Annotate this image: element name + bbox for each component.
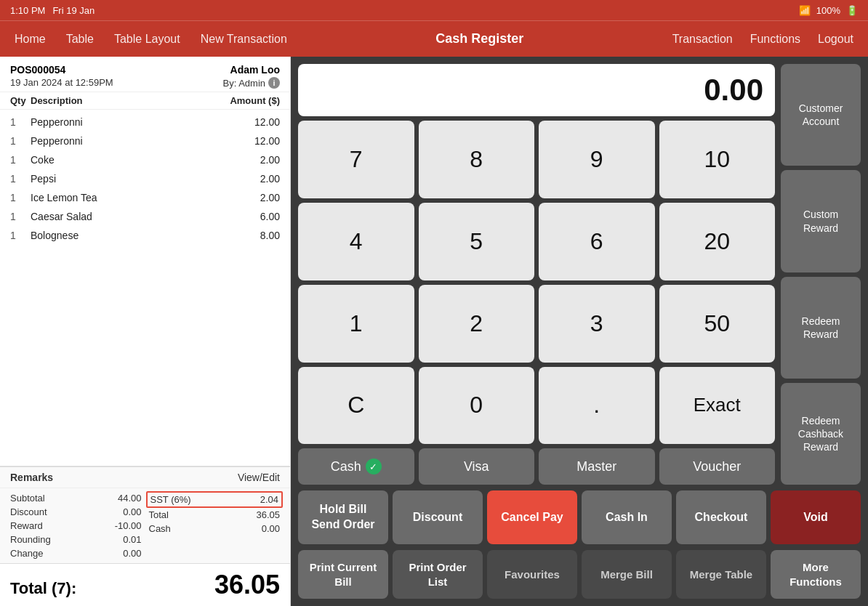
payment-btn-visa[interactable]: Visa [419, 448, 535, 485]
nav-home[interactable]: Home [15, 33, 46, 46]
status-right: 📶 100% 🔋 [799, 5, 858, 16]
display-value: 0.00 [704, 73, 763, 108]
numpad-btn-c[interactable]: C [298, 367, 414, 445]
item-qty: 1 [10, 135, 31, 147]
nav-right: Transaction Functions Logout [672, 33, 853, 46]
cash-label: Cash [331, 459, 361, 474]
bottom-btn-more-functions[interactable]: More Functions [771, 550, 861, 599]
receipt-item: 1 Pepperonni 12.00 [0, 113, 290, 132]
summary-grid: Subtotal44.00Discount0.00Reward-10.00Rou… [0, 488, 290, 563]
numpad-btn-0[interactable]: 0 [419, 367, 535, 445]
numpad-btn-7[interactable]: 7 [298, 121, 414, 198]
action-btn-void[interactable]: Void [771, 490, 861, 544]
numpad-btn-6[interactable]: 6 [539, 203, 655, 280]
summary-row-left: Reward-10.00 [10, 519, 142, 533]
receipt-col-headers: Qty Description Amount ($) [0, 92, 290, 110]
bottom-btn-favourites[interactable]: Favourites [487, 550, 577, 599]
receipt-items: 1 Pepperonni 12.00 1 Pepperonni 12.00 1 … [0, 110, 290, 466]
action-btn-discount[interactable]: Discount [393, 490, 483, 544]
payment-methods: Cash✓VisaMasterVoucher [298, 448, 775, 485]
item-desc: Caesar Salad [31, 211, 229, 222]
item-qty: 1 [10, 230, 31, 241]
side-btn-redeem-cashback-reward[interactable]: Redeem Cashback Reward [781, 383, 861, 485]
col-amount-header: Amount ($) [229, 95, 280, 106]
summary-row-right: Cash0.00 [149, 522, 281, 536]
summary-row-right: Total36.05 [149, 508, 281, 522]
col-desc-header: Description [31, 95, 229, 106]
col-qty-header: Qty [10, 95, 31, 106]
numpad-btn-5[interactable]: 5 [419, 203, 535, 280]
payment-btn-voucher[interactable]: Voucher [659, 448, 776, 485]
total-row: Total (7): 36.05 [0, 563, 290, 606]
item-amount: 2.00 [229, 192, 280, 203]
bottom-btn-merge-table[interactable]: Merge Table [676, 550, 766, 599]
receipt-header: POS000054 Adam Loo 19 Jan 2024 at 12:59P… [0, 57, 290, 92]
numpad-grid: 789104562012350C0.Exact [298, 121, 775, 444]
numpad-btn-10[interactable]: 10 [659, 121, 776, 198]
nav-title: Cash Register [287, 31, 672, 47]
bottom-actions-row1: Hold Bill Send OrderDiscountCancel PayCa… [298, 490, 861, 544]
bottom-btn-print-current-bill[interactable]: Print Current Bill [298, 550, 388, 599]
pos-id: POS000054 [10, 64, 65, 76]
status-bar: 1:10 PM Fri 19 Jan 📶 100% 🔋 [0, 0, 868, 20]
bottom-btn-merge-bill[interactable]: Merge Bill [582, 550, 672, 599]
action-btn-cancel-pay[interactable]: Cancel Pay [487, 490, 577, 544]
side-btn-redeem-reward[interactable]: Redeem Reward [781, 277, 861, 379]
nav-new-transaction[interactable]: New Transaction [201, 33, 287, 46]
numpad-btn-.[interactable]: . [539, 367, 655, 445]
summary-left: Subtotal44.00Discount0.00Reward-10.00Rou… [10, 491, 142, 560]
nav-functions[interactable]: Functions [750, 33, 800, 46]
receipt-pos-row: POS000054 Adam Loo [10, 64, 280, 76]
item-desc: Pepperonni [31, 116, 229, 128]
numpad-btn-9[interactable]: 9 [539, 121, 655, 198]
receipt-item: 1 Ice Lemon Tea 2.00 [0, 188, 290, 207]
action-btn-checkout[interactable]: Checkout [676, 490, 766, 544]
action-btn-cash-in[interactable]: Cash In [582, 490, 672, 544]
payment-btn-master[interactable]: Master [539, 448, 655, 485]
payment-btn-cash[interactable]: Cash✓ [298, 448, 414, 485]
side-btn-customer-account[interactable]: Customer Account [781, 64, 861, 166]
numpad-btn-20[interactable]: 20 [659, 203, 776, 280]
item-amount: 8.00 [229, 230, 280, 241]
item-amount: 6.00 [229, 211, 280, 222]
numpad-btn-exact[interactable]: Exact [659, 367, 776, 445]
side-btn-custom-reward[interactable]: Custom Reward [781, 170, 861, 272]
item-qty: 1 [10, 116, 31, 128]
nav-logout[interactable]: Logout [818, 33, 853, 46]
receipt-item: 1 Pepperonni 12.00 [0, 132, 290, 150]
summary-row-left: Rounding0.01 [10, 533, 142, 546]
receipt-summary: Remarks View/Edit Subtotal44.00Discount0… [0, 466, 290, 606]
receipt-date: 19 Jan 2024 at 12:59PM [10, 77, 113, 89]
bottom-btn-print-order-list[interactable]: Print Order List [393, 550, 483, 599]
action-btn-hold-bill-send-order[interactable]: Hold Bill Send Order [298, 490, 388, 544]
view-edit-button[interactable]: View/Edit [238, 472, 280, 483]
item-desc: Ice Lemon Tea [31, 192, 229, 203]
receipt-item: 1 Coke 2.00 [0, 150, 290, 169]
numpad-btn-3[interactable]: 3 [539, 285, 655, 363]
receipt-by: By: Admin i [222, 77, 280, 89]
numpad-btn-1[interactable]: 1 [298, 285, 414, 363]
summary-row-left: Discount0.00 [10, 505, 142, 519]
item-desc: Pepsi [31, 173, 229, 185]
main-content: POS000054 Adam Loo 19 Jan 2024 at 12:59P… [0, 57, 868, 606]
battery-text: 100% [816, 5, 840, 16]
item-amount: 2.00 [229, 154, 280, 166]
numpad-btn-2[interactable]: 2 [419, 285, 535, 363]
numpad-section: 0.00 789104562012350C0.Exact Cash✓VisaMa… [298, 64, 775, 485]
numpad-btn-4[interactable]: 4 [298, 203, 414, 280]
info-icon[interactable]: i [268, 77, 280, 89]
status-left: 1:10 PM Fri 19 Jan [10, 5, 95, 16]
item-qty: 1 [10, 154, 31, 166]
receipt-by-text: By: Admin [222, 78, 265, 89]
numpad-area: 0.00 789104562012350C0.Exact Cash✓VisaMa… [298, 64, 861, 485]
numpad-btn-8[interactable]: 8 [419, 121, 535, 198]
item-amount: 2.00 [229, 173, 280, 185]
nav-transaction[interactable]: Transaction [672, 33, 733, 46]
nav-table[interactable]: Table [66, 33, 94, 46]
status-date: Fri 19 Jan [52, 5, 95, 16]
item-desc: Coke [31, 154, 229, 166]
nav-table-layout[interactable]: Table Layout [114, 33, 180, 46]
numpad-btn-50[interactable]: 50 [659, 285, 776, 363]
item-desc: Pepperonni [31, 135, 229, 147]
item-amount: 12.00 [229, 135, 280, 147]
